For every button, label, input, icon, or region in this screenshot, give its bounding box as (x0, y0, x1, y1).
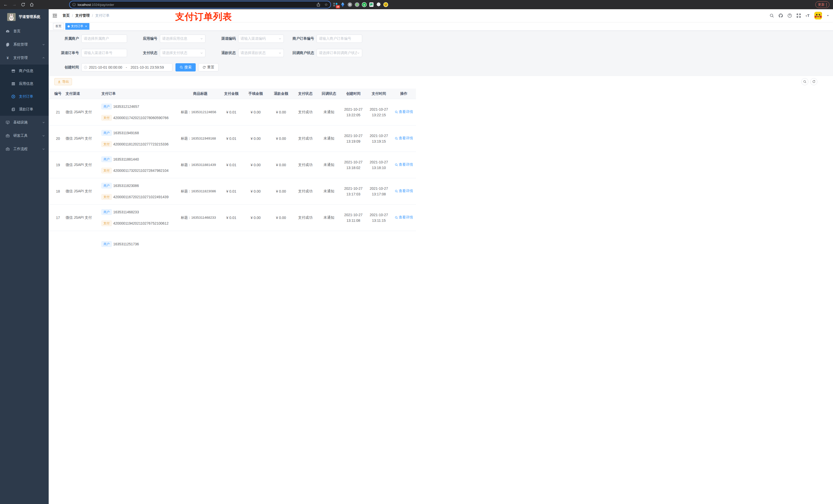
tags-view-bar: 首页支付订单× (49, 22, 416, 31)
active-dot (68, 25, 70, 27)
browser-back-button[interactable]: ← (3, 2, 9, 8)
url-path: :1024/pay/order (91, 3, 114, 7)
filter-select[interactable]: 请选择退款状态 (238, 49, 284, 57)
placeholder-text: 请输入商户订单编号 (319, 37, 360, 41)
order-id: 17 (49, 205, 64, 231)
browser-reload-button[interactable] (20, 2, 26, 8)
sidebar-item-system-management[interactable]: 系统管理 (0, 38, 49, 51)
pay-channel: 微信 JSAPI 支付 (64, 178, 99, 205)
sidebar-item-infrastructure[interactable]: 基础设施 (0, 116, 49, 129)
date-range-input[interactable]: 2021-10-01 00:00:00 - 2021-10-31 23:59:5… (81, 63, 172, 71)
filter-input[interactable]: 请输入商户订单编号 (317, 34, 362, 43)
filter-select[interactable]: 请选择订单回调商户状态 (317, 49, 362, 57)
merchant-order-no: 1635311823086 (113, 184, 139, 188)
breadcrumb-item[interactable]: 首页 (63, 13, 70, 18)
breadcrumb-item: 支付订单 (95, 13, 110, 18)
app-title: 芋道管理系统 (19, 15, 40, 19)
order-number-line: 支付4200001194202110276752100612 (101, 220, 179, 226)
refund-amount: ¥ 0.00 (268, 99, 293, 125)
filter-label: 创建时间 (49, 65, 81, 70)
refund-amount: ¥ 0.00 (268, 152, 293, 178)
chevdown-icon (279, 37, 282, 40)
chat-bubble-icon[interactable] (369, 2, 374, 7)
column-header-7: 退款金额 (268, 89, 293, 99)
sidebar-item-refund-order[interactable]: 退款订单 (0, 103, 49, 116)
order-number-line: 商户1635311823086 (101, 183, 179, 189)
view-detail-link[interactable]: 查看详情 (395, 215, 413, 220)
filter-select[interactable]: 请选择支付状态 (160, 49, 206, 57)
table-cell (293, 231, 317, 252)
page-content: 所属商户请选择所属商户应用编号请选择应用信息渠道编码请输入渠道编码商户订单编号请… (49, 31, 416, 252)
tab-label: 首页 (55, 24, 62, 28)
pay-order-numbers: 商户1635311949168支付42000011812021102777232… (99, 125, 179, 152)
app-logo[interactable]: 芋道管理系统 (0, 9, 49, 25)
sidebar-item-payment-order[interactable]: ¥支付订单 (0, 90, 49, 103)
emoji-face-icon[interactable] (383, 2, 388, 7)
logo-image (7, 13, 16, 21)
time-line: 13:18:02 (341, 165, 366, 171)
time-line: 13:17:03 (341, 191, 366, 197)
sidebar-item-merchant-info[interactable]: 商户信息 (0, 65, 49, 77)
filter-input[interactable]: 请选择所属商户 (81, 34, 127, 43)
share-icon[interactable] (316, 3, 320, 7)
puzzle-piece-icon[interactable] (376, 2, 381, 7)
time-line: 13:22:05 (341, 112, 366, 118)
command-circle-icon[interactable]: ⌘ (347, 2, 353, 7)
merchant-tag: 商户 (101, 104, 112, 110)
kite-icon[interactable] (340, 2, 345, 7)
filter-label: 商户订单编号 (284, 37, 317, 41)
sidebar-menu: 首页系统管理¥支付管理商户信息应用信息¥支付订单退款订单基础设施研发工具工作流程 (0, 25, 49, 156)
filter-form: 所属商户请选择所属商户应用编号请选择应用信息渠道编码请输入渠道编码商户订单编号请… (49, 31, 416, 71)
magnify-icon (395, 137, 398, 140)
green-dot-circle-icon[interactable] (355, 2, 360, 7)
main-area: 首页/支付管理/支付订单 TT 支付订单列表 首页支付订单× 所属商户请选择所属… (49, 9, 416, 252)
channel-tag: 支付 (101, 194, 112, 200)
green-y-circle-icon[interactable]: y (362, 2, 367, 7)
sidebar-toggle-button[interactable] (49, 13, 60, 18)
placeholder-text: 请选择支付状态 (162, 51, 200, 55)
view-detail-link[interactable]: 查看详情 (395, 162, 413, 167)
table-row: 20微信 JSAPI 支付商户1635311949168支付4200001181… (49, 125, 416, 152)
search-button[interactable]: 搜索 (175, 63, 196, 71)
notify-status: 未通知 (317, 125, 341, 152)
order-id: 18 (49, 178, 64, 205)
filter-select[interactable]: 请输入渠道编码 (238, 34, 284, 43)
sidebar-item-dev-tools[interactable]: 研发工具 (0, 129, 49, 142)
filter-select[interactable]: 请选择应用信息 (160, 34, 206, 43)
clock-icon (84, 66, 87, 69)
notify-status: 未通知 (317, 99, 341, 125)
product-title: 标题：1635311881439 (179, 152, 220, 178)
channel-order-no: 4200001173202110272847982104 (113, 169, 169, 173)
order-number-line: 商户1635311251736 (101, 241, 179, 247)
tab-支付订单[interactable]: 支付订单× (65, 23, 89, 30)
bookmark-star-icon[interactable]: ☆ (325, 2, 328, 7)
pay-channel: 微信 JSAPI 支付 (64, 205, 99, 231)
filter-row-2: 渠道订单号请输入渠道订单号支付状态请选择支付状态退款状态请选择退款状态回调商户状… (49, 49, 416, 57)
tab-首页[interactable]: 首页 (53, 23, 64, 30)
reset-button[interactable]: 重置 (198, 63, 218, 71)
product-title: 标题：1635311468233 (179, 205, 220, 231)
row-actions: 查看详情 (392, 178, 416, 205)
filter-input[interactable]: 请输入渠道订单号 (81, 49, 127, 57)
view-detail-link[interactable]: 查看详情 (395, 110, 413, 114)
pay-amount: ¥ 0.01 (220, 125, 243, 152)
date-end-value: 2021-10-31 23:59:59 (130, 65, 164, 69)
export-button[interactable]: 导出 (54, 78, 72, 85)
browser-home-button[interactable] (29, 2, 35, 8)
row-actions: 查看详情 (392, 99, 416, 125)
sidebar-item-payment-management[interactable]: ¥支付管理 (0, 51, 49, 65)
browser-forward-button[interactable]: → (11, 2, 18, 8)
view-detail-link[interactable]: 查看详情 (395, 136, 413, 141)
sidebar-item-workflow[interactable]: 工作流程 (0, 142, 49, 156)
close-icon[interactable]: × (85, 25, 87, 28)
sidebar-item-home[interactable]: 首页 (0, 25, 49, 38)
squares-diamond-icon[interactable]: 10 (333, 2, 338, 7)
url-bar[interactable]: localhost:1024/pay/order ☆ (70, 1, 330, 8)
time-line: 13:11:08 (341, 218, 366, 223)
view-detail-link[interactable]: 查看详情 (395, 189, 413, 193)
sidebar-item-app-info[interactable]: 应用信息 (0, 77, 49, 90)
filter-label: 所属商户 (49, 37, 81, 41)
date-start-value: 2021-10-01 00:00:00 (89, 65, 122, 69)
filter-group: 支付状态请选择支付状态 (127, 49, 206, 57)
breadcrumb-item[interactable]: 支付管理 (75, 13, 90, 18)
